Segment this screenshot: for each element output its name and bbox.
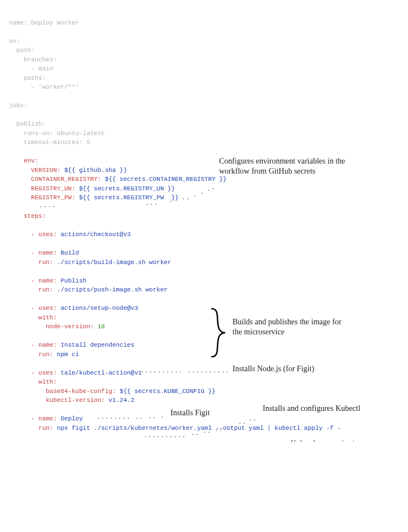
step-install-name-val: Install dependencies: [57, 342, 135, 348]
yaml-paths-key: paths:: [23, 75, 46, 82]
annotation-install-figit: Installs Figit: [170, 408, 249, 418]
dots-figit-4: .: [160, 411, 165, 421]
dots-kub-5: ..: [226, 421, 235, 430]
yaml-timeout-key: timeout-minutes:: [23, 139, 83, 146]
step-kubectl-uses-key: - uses:: [31, 370, 57, 376]
step-kubectl-b64-val: ${{ secrets.KUBE_CONFIG }}: [116, 388, 215, 395]
env-registry-key: CONTAINER_REGISTRY:: [31, 176, 101, 183]
step-node-ver-val: 18: [94, 323, 105, 330]
yaml-env-key: env:: [23, 157, 38, 164]
dots-env-8: .: [211, 183, 216, 193]
annotation-node: Installs Node.js (for Figit): [233, 364, 378, 374]
env-version-val: ${{ github.sha }}: [60, 167, 127, 174]
step-publish-run-val: ./scripts/push-image.sh worker: [53, 286, 168, 293]
step-node-uses-key: - uses:: [31, 305, 57, 311]
dots-figit-3: ..: [148, 412, 156, 421]
yaml-name-val: Deploy Worker: [27, 20, 79, 26]
dots-figit-2: ..: [135, 413, 144, 422]
step-publish-run-key: run:: [39, 286, 53, 293]
step-kubectl-b64-key: base64-kube-config:: [46, 388, 116, 395]
dots-env-4: ..: [182, 193, 190, 203]
env-registry-val: ${{ secrets.CONTAINER_REGISTRY }}: [101, 176, 226, 183]
dots-kub-2: ..: [191, 429, 200, 438]
step-build-name-key: - name:: [31, 250, 57, 256]
dots-env-2: ...: [145, 199, 158, 208]
dots-figit-1: ........: [97, 413, 131, 422]
yaml-runs-on-val: ubuntu-latest: [53, 130, 105, 137]
dots-env-1: ....: [39, 201, 56, 210]
step-publish-name-key: - name:: [31, 277, 57, 284]
env-un-key: REGISTRY_UN:: [31, 185, 75, 192]
step-kubectl-with-key: with:: [39, 378, 57, 385]
annotation-env: Configures environment variables in the …: [219, 156, 359, 176]
step-install-run-val: npm ci: [53, 351, 79, 358]
step-deploy-run-key: run:: [39, 425, 53, 432]
env-version-key: VERSION:: [31, 167, 61, 174]
step-deploy-name-key: - name:: [31, 415, 57, 422]
step-install-name-key: - name:: [31, 342, 57, 348]
annotation-build-publish: Builds and publishes the image for the m…: [233, 317, 344, 337]
dots-node-2: ..........: [187, 366, 230, 376]
step-publish-name-val: Publish: [57, 277, 87, 284]
dots-kub-3: ..: [203, 426, 211, 436]
step-node-uses-val: actions/setup-node@v3: [57, 305, 138, 311]
dots-env-5: .: [193, 190, 197, 200]
step-node-with-key: with:: [39, 314, 57, 321]
step-install-run-key: run:: [39, 351, 53, 358]
yaml-branches-item: - main: [31, 65, 54, 72]
dots-node-1: ..........: [140, 366, 183, 376]
env-un-val: ${{ secrets.REGISTRY_UN }}: [75, 185, 175, 192]
env-pw-val: ${{ secrets.REGISTRY_PW }}: [75, 194, 179, 201]
dots-kub-7: ..: [249, 414, 257, 424]
annotation-kubectl-auth: Kubectl connection/ authentication loade…: [291, 439, 400, 442]
step-kubectl-uses-val: tale/kubectl-action@v1: [57, 370, 142, 376]
dots-env-6: .: [200, 188, 205, 197]
step-build-run-val: ./scripts/build-image.sh worker: [53, 259, 171, 266]
dots-kub-6: ..: [238, 418, 246, 427]
yaml-name-key: name:: [9, 20, 27, 26]
yaml-paths-item: - 'worker/**': [31, 84, 79, 90]
yaml-steps-key: steps:: [23, 213, 46, 219]
step-checkout-uses-key: - uses:: [31, 231, 57, 238]
annotation-kubectl-install: Installs and configures Kubectl: [263, 404, 386, 414]
dots-kub-4: ..: [215, 424, 223, 434]
step-checkout-uses-val: actions/checkout@v3: [57, 231, 131, 238]
yaml-runs-on-key: runs-on:: [23, 130, 53, 137]
yaml.timeout_val: 5: [83, 139, 90, 146]
step-build-run-key: run:: [39, 259, 53, 266]
yaml-on-key: on:: [9, 38, 20, 45]
step-build-name-val: Build: [57, 250, 79, 256]
yaml-push-key: push:: [16, 47, 35, 54]
step-kubectl-ver-key: kubectl-version:: [46, 397, 105, 404]
yaml-branches-key: branches:: [23, 56, 56, 63]
env-pw-key: REGISTRY_PW:: [31, 194, 75, 201]
step-node-ver-key: node-version:: [46, 323, 94, 330]
dots-env-7: .: [207, 185, 211, 194]
dots-env-3: .: [169, 196, 173, 205]
brace-icon: [208, 308, 227, 358]
yaml-publish-key: publish:: [16, 121, 46, 127]
step-kubectl-ver-val: v1.24.2: [105, 397, 135, 404]
yaml-jobs-key: jobs:: [9, 102, 27, 109]
dots-kub-1: ..........: [144, 431, 186, 440]
step-deploy-name-val: Deploy: [57, 415, 83, 422]
